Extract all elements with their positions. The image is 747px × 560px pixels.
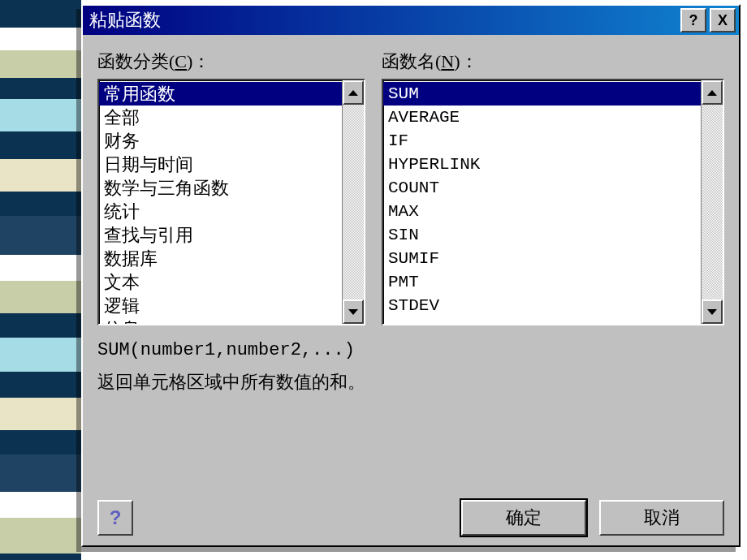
list-item[interactable]: COUNT — [383, 176, 701, 200]
list-item[interactable]: SIN — [383, 223, 701, 247]
function-description: 返回单元格区域中所有数值的和。 — [97, 370, 724, 394]
category-scrollbar[interactable] — [342, 80, 364, 324]
list-item[interactable]: 数学与三角函数 — [99, 176, 342, 200]
list-item[interactable]: 全部 — [99, 106, 342, 129]
scroll-down-button[interactable] — [343, 299, 364, 324]
list-item[interactable]: 数据库 — [99, 247, 342, 270]
list-item[interactable]: PMT — [383, 270, 701, 294]
list-item[interactable]: SUMIF — [383, 247, 701, 270]
list-item[interactable]: IF — [383, 129, 701, 153]
list-item[interactable]: 财务 — [99, 129, 342, 153]
paste-function-dialog: 粘贴函数 ? X 函数分类(C)： 常用函数全部财务日期与时间数学与三角函数统计… — [81, 4, 741, 547]
list-item[interactable]: AVERAGE — [383, 106, 701, 129]
function-name-label: 函数名(N)： — [382, 50, 724, 74]
scroll-up-button[interactable] — [702, 80, 723, 105]
scroll-track[interactable] — [343, 105, 364, 299]
arrow-down-icon — [707, 309, 717, 315]
arrow-down-icon — [348, 309, 358, 315]
scroll-up-button[interactable] — [343, 80, 364, 105]
scroll-down-button[interactable] — [702, 299, 723, 324]
titlebar-close-button[interactable]: X — [710, 8, 736, 32]
list-item[interactable]: 文本 — [99, 270, 342, 294]
category-listbox[interactable]: 常用函数全部财务日期与时间数学与三角函数统计查找与引用数据库文本逻辑信息 — [97, 79, 365, 325]
arrow-up-icon — [348, 90, 358, 96]
list-item[interactable]: MAX — [383, 200, 701, 223]
arrow-up-icon — [707, 90, 717, 96]
list-item[interactable]: 日期与时间 — [99, 153, 342, 176]
list-item[interactable]: 统计 — [99, 200, 342, 223]
help-button[interactable]: ? — [97, 500, 133, 536]
list-item[interactable]: 常用函数 — [99, 82, 342, 106]
function-scrollbar[interactable] — [701, 80, 723, 324]
ok-button[interactable]: 确定 — [461, 500, 586, 536]
scroll-track[interactable] — [702, 105, 723, 299]
list-item[interactable]: HYPERLINK — [383, 153, 701, 176]
list-item[interactable]: 逻辑 — [99, 294, 342, 317]
titlebar[interactable]: 粘贴函数 ? X — [83, 6, 739, 35]
list-item[interactable]: STDEV — [383, 294, 701, 317]
category-label: 函数分类(C)： — [97, 50, 365, 74]
function-listbox[interactable]: SUMAVERAGEIFHYPERLINKCOUNTMAXSINSUMIFPMT… — [382, 79, 724, 325]
list-item[interactable]: SUM — [383, 82, 701, 106]
list-item[interactable]: 信息 — [99, 317, 342, 324]
function-syntax: SUM(number1,number2,...) — [97, 340, 724, 360]
cancel-button[interactable]: 取消 — [599, 500, 724, 536]
titlebar-title: 粘贴函数 — [89, 8, 677, 32]
titlebar-help-button[interactable]: ? — [680, 8, 706, 32]
list-item[interactable]: 查找与引用 — [99, 223, 342, 247]
